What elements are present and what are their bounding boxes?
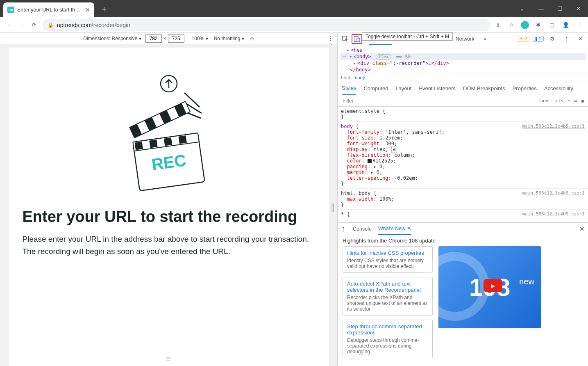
whatsnew-card-desc: Debugger steps through comma-separated e… <box>347 337 428 355</box>
tab-network[interactable]: Network <box>455 33 475 45</box>
subtab-computed[interactable]: Computed <box>363 85 388 92</box>
toggle-device-icon[interactable] <box>352 34 362 44</box>
tab-title: Enter your URL to start the recor <box>17 7 83 13</box>
css-source-link-3[interactable]: main.503c12…1c4b9.css:1 <box>522 211 585 217</box>
devtools-drawer: ⋮ Console What's New ✕ ✕ Highlights from… <box>338 222 588 366</box>
play-icon[interactable]: ▶ <box>484 279 502 292</box>
breadcrumb-body[interactable]: body <box>355 75 365 80</box>
drawer-close-icon[interactable]: ✕ <box>579 225 585 233</box>
subtab-layout[interactable]: Layout <box>395 85 411 92</box>
dom-body-close[interactable]: </body> <box>350 67 371 73</box>
dimension-separator: × <box>163 36 166 41</box>
new-rule-button[interactable]: + <box>568 98 570 103</box>
new-tab-button[interactable]: ＋ <box>94 3 114 14</box>
tabs-overflow[interactable]: » <box>483 33 487 45</box>
extension-icon[interactable] <box>521 21 529 29</box>
inspect-icon[interactable] <box>340 34 351 44</box>
styles-filter-row: :hov .cls + ▭ ▣ <box>338 95 588 107</box>
zoom-dropdown[interactable]: 100% ▾ <box>192 36 208 41</box>
devtools-menu-icon[interactable]: ⋮ <box>561 34 572 44</box>
window-controls: ⌄ — ☐ ✕ <box>513 0 588 17</box>
drawer-tab-whatsnew[interactable]: What's New ✕ <box>378 223 411 235</box>
drawer-kebab-icon[interactable]: ⋮ <box>341 226 346 232</box>
svg-rect-13 <box>163 137 172 146</box>
subtab-styles[interactable]: Styles <box>342 82 356 95</box>
hov-button[interactable]: :hov <box>538 98 549 103</box>
devtools-panel: Elements Console Sources Network » ⚠ 2 ▮… <box>338 33 588 366</box>
whatsnew-card[interactable]: Auto-detect XPath and text selectors in … <box>343 277 433 316</box>
whatsnew-card[interactable]: Step through comma-separated expressions… <box>343 320 433 358</box>
svg-rect-14 <box>178 135 186 144</box>
devtools-close-icon[interactable]: ✕ <box>575 34 586 44</box>
drawer-tab-console[interactable]: Console <box>353 223 372 235</box>
whatsnew-card-title[interactable]: Hints for inactive CSS properties <box>347 250 424 256</box>
chevron-down-icon[interactable]: ⌄ <box>513 0 531 17</box>
whatsnew-card-title[interactable]: Step through comma-separated expressions <box>347 323 422 336</box>
whatsnew-card-desc: Identify CSS styles that are entirely va… <box>347 258 428 269</box>
css-source-link[interactable]: main.503c12…1c4b9.css:1 <box>522 124 585 129</box>
url-path: /recorder/begin <box>92 22 130 28</box>
throttle-dropdown[interactable]: No throttling ▾ <box>214 36 244 41</box>
dom-head-node[interactable]: <hea <box>351 47 363 53</box>
back-icon[interactable]: ← <box>3 19 16 31</box>
device-kebab-icon[interactable]: ⋮ <box>327 34 334 42</box>
minimize-icon[interactable]: — <box>531 0 550 17</box>
dom-div-node[interactable]: ▸<div class="t-recorder">…</div> <box>340 60 586 66</box>
favicon-icon: up <box>7 7 14 13</box>
whatsnew-promo[interactable]: ▶ new 108 <box>438 246 541 328</box>
dom-tree[interactable]: ▸<hea ⋯ ▾<body> flex == $0 ▸<div class="… <box>338 45 588 73</box>
clapper-illustration: REC <box>107 72 230 197</box>
subtab-accessibility[interactable]: Accessibility <box>544 85 573 92</box>
sidepanel-icon[interactable]: ▢ <box>547 20 557 30</box>
device-mode-pane: Dimensions: Responsive ▾ × 100% ▾ No thr… <box>0 33 338 366</box>
page-paragraph: Please enter your URL in the address bar… <box>23 233 315 258</box>
maximize-icon[interactable]: ☐ <box>550 0 569 17</box>
close-tab-icon[interactable]: ✕ <box>85 7 90 13</box>
menu-icon[interactable]: ⋮ <box>575 20 585 30</box>
whatsnew-card-title[interactable]: Auto-detect XPath and text selectors in … <box>347 281 421 293</box>
profile-icon[interactable]: 👤 <box>561 20 571 30</box>
styles-filter-input[interactable] <box>342 98 538 104</box>
close-icon[interactable]: ✕ <box>569 0 588 17</box>
dimensions-dropdown[interactable]: Dimensions: Responsive ▾ <box>83 36 141 41</box>
computed-toggle-icon[interactable]: ▣ <box>581 98 584 103</box>
width-input[interactable] <box>145 34 162 43</box>
dom-breadcrumb: html body <box>338 73 588 82</box>
svg-rect-11 <box>134 142 143 150</box>
dom-body-node[interactable]: ⋯ ▾<body> flex == $0 <box>340 53 586 60</box>
resize-handle-right[interactable]: ‖ <box>331 205 335 208</box>
settings-icon[interactable]: ⚙ <box>547 34 558 44</box>
cls-button[interactable]: .cls <box>553 98 564 103</box>
whatsnew-highlights: Highlights from the Chrome 108 update <box>338 235 588 246</box>
resize-handle-bottom[interactable]: ≡ <box>166 354 171 364</box>
issues-badge[interactable]: ▮ 1 <box>533 36 544 42</box>
bookmark-icon[interactable]: ☆ <box>507 20 517 30</box>
subtab-properties[interactable]: Properties <box>513 85 537 92</box>
rotate-icon[interactable]: ⊘ <box>250 36 254 41</box>
device-mode-small-icon[interactable]: ▭ <box>574 98 577 103</box>
browser-tab[interactable]: up Enter your URL to start the recor ✕ <box>3 2 94 17</box>
breadcrumb-html[interactable]: html <box>341 75 350 80</box>
window-titlebar: up Enter your URL to start the recor ✕ ＋… <box>0 0 588 17</box>
subtab-eventlisteners[interactable]: Event Listeners <box>419 85 456 92</box>
page-heading: Enter your URL to start the recording <box>23 208 315 226</box>
css-source-link-2[interactable]: main.503c12…1c4b9.css:1 <box>522 190 585 196</box>
svg-rect-18 <box>357 38 360 42</box>
extensions-icon[interactable]: ✱ <box>533 20 543 30</box>
warnings-badge[interactable]: ⚠ 2 <box>517 36 529 42</box>
reload-icon[interactable]: ⟳ <box>28 19 40 31</box>
styles-subtabs: Styles Computed Layout Event Listeners D… <box>338 82 588 95</box>
svg-rect-12 <box>149 140 157 148</box>
device-toolbar: Dimensions: Responsive ▾ × 100% ▾ No thr… <box>0 33 337 44</box>
rendered-page: REC Enter your URL to start the recordin… <box>9 48 329 366</box>
height-input[interactable] <box>168 34 184 43</box>
page-canvas: REC Enter your URL to start the recordin… <box>0 44 337 366</box>
whatsnew-card[interactable]: Hints for inactive CSS properties Identi… <box>343 246 433 273</box>
lock-icon: 🔒 <box>48 22 54 28</box>
share-icon[interactable]: ⇧ <box>493 20 503 30</box>
flex-badge[interactable]: flex <box>376 54 391 59</box>
omnibox[interactable]: 🔒 uptrends.com/recorder/begin <box>43 19 490 31</box>
forward-icon[interactable]: → <box>16 19 28 31</box>
subtab-dombreakpoints[interactable]: DOM Breakpoints <box>463 85 505 92</box>
css-rules-area[interactable]: element.style { } main.503c12…1c4b9.css:… <box>338 107 588 222</box>
